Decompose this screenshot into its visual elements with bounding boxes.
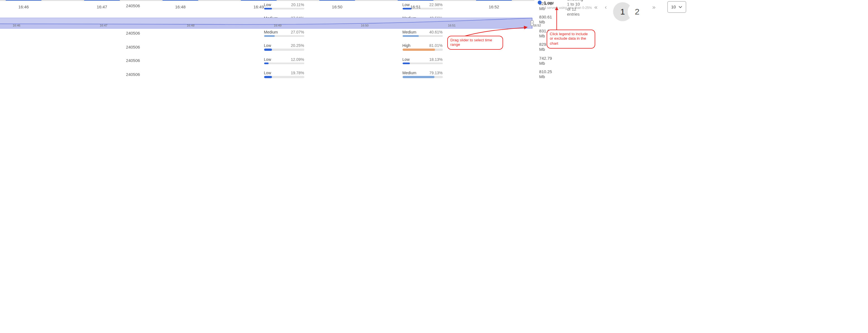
bar-16:51-low[interactable] xyxy=(398,0,433,0)
legend-dot xyxy=(537,1,541,4)
memory-limit-meter: Low12.09% xyxy=(264,57,304,64)
chevron-down-icon xyxy=(679,5,683,8)
svg-text:16:50: 16:50 xyxy=(361,24,369,27)
memory-usage-chart: 0510Number of servers16:4316:4416:4516:4… xyxy=(0,0,595,51)
server-name-cell: dev xyxy=(0,58,126,63)
working-set-cell: 810.25 Mb xyxy=(539,69,556,80)
previous-page-button[interactable]: ‹ xyxy=(603,4,608,10)
page-size-value: 10 xyxy=(671,4,676,9)
svg-text:16:51: 16:51 xyxy=(410,4,421,9)
svg-text:16:52: 16:52 xyxy=(489,4,499,9)
memory-limit-level: Low xyxy=(264,71,271,75)
svg-text:16:48: 16:48 xyxy=(175,4,186,9)
data-plane-cell: 240506 xyxy=(126,72,264,77)
server-name-cell: emsv21 xyxy=(0,72,126,77)
memory-request-bar xyxy=(402,62,442,64)
bar-16:48-low[interactable] xyxy=(162,0,198,0)
svg-text:16:50: 16:50 xyxy=(332,4,342,9)
bar-16:47-low[interactable] xyxy=(84,0,120,0)
page-size-select[interactable]: 10 xyxy=(667,1,686,12)
legend-item-low[interactable]: Low4 servers using less than 0-25% xyxy=(537,0,594,9)
memory-limit-level: Low xyxy=(264,57,271,61)
memory-request-meter: Medium79.13% xyxy=(402,71,442,78)
table-row: EMSdev240506Low12.09%Low18.13%742.79 Mb xyxy=(0,54,556,67)
last-page-button[interactable]: » xyxy=(651,4,657,10)
observability-page: Observability 240506 - Oregon (us-west-2… xyxy=(0,0,9,9)
legend-label: Low xyxy=(544,0,554,5)
svg-text:16:51: 16:51 xyxy=(448,24,456,27)
svg-text:16:49: 16:49 xyxy=(253,4,264,9)
memory-request-percentage: 18.13% xyxy=(429,57,443,61)
bar-16:49-low[interactable] xyxy=(241,0,276,0)
legend-annotation: Click legend to include or exclude data … xyxy=(546,29,595,49)
svg-text:16:47: 16:47 xyxy=(97,4,107,9)
bar-16:46-low[interactable] xyxy=(6,0,41,0)
memory-limit-percentage: 12.09% xyxy=(291,57,304,61)
memory-limit-bar xyxy=(264,76,304,78)
chart-legend: High4 servers using over 80%+Medium4 ser… xyxy=(537,0,594,14)
memory-limit-bar xyxy=(264,62,304,64)
memory-request-bar xyxy=(402,76,442,78)
svg-text:16:46: 16:46 xyxy=(18,4,29,9)
working-set-cell: 742.79 Mb xyxy=(539,56,556,66)
svg-text:16:49: 16:49 xyxy=(274,24,281,27)
svg-text:16:47: 16:47 xyxy=(100,24,107,27)
bar-16:50-low[interactable] xyxy=(319,0,355,0)
legend-description: 4 servers using less than 0-25% xyxy=(544,6,594,9)
memory-request-level: Medium xyxy=(402,71,416,75)
svg-text:16:48: 16:48 xyxy=(186,24,194,27)
memory-limit-percentage: 19.78% xyxy=(291,71,304,75)
memory-request-percentage: 79.13% xyxy=(429,71,443,75)
memory-request-meter: Low18.13% xyxy=(402,57,442,64)
page-buttons: 12 xyxy=(613,2,637,11)
bar-16:52-low[interactable] xyxy=(476,0,512,0)
svg-text:16:46: 16:46 xyxy=(12,24,20,27)
page-button-2[interactable]: 2 xyxy=(627,2,646,21)
data-plane-cell: 240506 xyxy=(126,58,264,63)
memory-limit-meter: Low19.78% xyxy=(264,71,304,78)
table-row: EMSemsv21240506Low19.78%Medium79.13%810.… xyxy=(0,67,556,81)
slider-annotation: Drag slider to select time range xyxy=(447,35,503,50)
svg-text:16:52: 16:52 xyxy=(533,24,541,27)
memory-request-level: Low xyxy=(402,57,410,61)
